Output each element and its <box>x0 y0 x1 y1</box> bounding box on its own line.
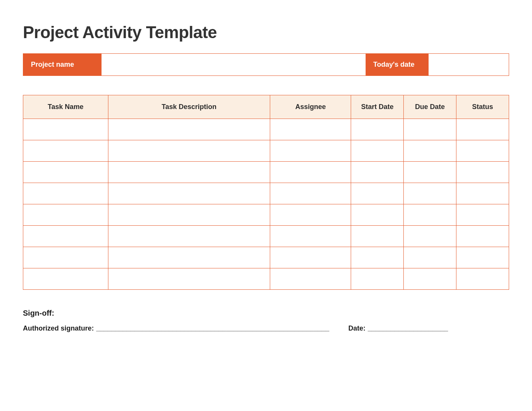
signature-blank[interactable]: ________________________________________… <box>96 324 329 332</box>
page-title: Project Activity Template <box>23 23 509 42</box>
table-row <box>23 247 509 268</box>
cell-task_name[interactable] <box>23 204 108 226</box>
cell-assignee[interactable] <box>270 162 351 183</box>
cell-task_description[interactable] <box>108 162 270 183</box>
table-row <box>23 162 509 183</box>
cell-due_date[interactable] <box>404 247 456 268</box>
cell-task_name[interactable] <box>23 183 108 204</box>
table-row <box>23 183 509 204</box>
signoff-section: Sign-off: Authorized signature: ________… <box>23 309 509 332</box>
cell-status[interactable] <box>456 268 509 290</box>
col-header-status: Status <box>456 95 509 119</box>
cell-due_date[interactable] <box>404 183 456 204</box>
cell-due_date[interactable] <box>404 204 456 226</box>
cell-due_date[interactable] <box>404 268 456 290</box>
cell-assignee[interactable] <box>270 140 351 162</box>
table-row <box>23 226 509 247</box>
cell-task_description[interactable] <box>108 204 270 226</box>
cell-task_name[interactable] <box>23 119 108 140</box>
col-header-task-description: Task Description <box>108 95 270 119</box>
cell-status[interactable] <box>456 140 509 162</box>
cell-due_date[interactable] <box>404 119 456 140</box>
todays-date-value[interactable] <box>429 54 509 75</box>
project-info-bar: Project name Today's date <box>23 53 509 76</box>
cell-assignee[interactable] <box>270 268 351 290</box>
signoff-line: Authorized signature: __________________… <box>23 324 509 332</box>
table-row <box>23 204 509 226</box>
cell-task_description[interactable] <box>108 226 270 247</box>
tasks-table: Task Name Task Description Assignee Star… <box>23 95 509 290</box>
cell-assignee[interactable] <box>270 119 351 140</box>
cell-start_date[interactable] <box>351 140 404 162</box>
cell-task_name[interactable] <box>23 162 108 183</box>
cell-task_description[interactable] <box>108 119 270 140</box>
todays-date-label: Today's date <box>366 54 429 75</box>
cell-status[interactable] <box>456 204 509 226</box>
project-name-value[interactable] <box>102 54 366 75</box>
col-header-start-date: Start Date <box>351 95 404 119</box>
cell-task_name[interactable] <box>23 247 108 268</box>
table-row <box>23 119 509 140</box>
signature-field: Authorized signature: __________________… <box>23 324 329 332</box>
table-header-row: Task Name Task Description Assignee Star… <box>23 95 509 119</box>
cell-start_date[interactable] <box>351 247 404 268</box>
signoff-date-blank[interactable]: _____________________ <box>368 324 448 332</box>
cell-task_name[interactable] <box>23 268 108 290</box>
table-row <box>23 268 509 290</box>
cell-start_date[interactable] <box>351 183 404 204</box>
date-field: Date: _____________________ <box>348 324 448 332</box>
cell-assignee[interactable] <box>270 204 351 226</box>
cell-due_date[interactable] <box>404 162 456 183</box>
table-row <box>23 140 509 162</box>
cell-due_date[interactable] <box>404 226 456 247</box>
cell-status[interactable] <box>456 119 509 140</box>
cell-task_description[interactable] <box>108 268 270 290</box>
cell-status[interactable] <box>456 247 509 268</box>
cell-start_date[interactable] <box>351 162 404 183</box>
signoff-header: Sign-off: <box>23 309 509 318</box>
cell-assignee[interactable] <box>270 247 351 268</box>
cell-start_date[interactable] <box>351 268 404 290</box>
col-header-assignee: Assignee <box>270 95 351 119</box>
cell-status[interactable] <box>456 183 509 204</box>
cell-status[interactable] <box>456 162 509 183</box>
cell-assignee[interactable] <box>270 226 351 247</box>
cell-task_name[interactable] <box>23 140 108 162</box>
cell-start_date[interactable] <box>351 119 404 140</box>
cell-start_date[interactable] <box>351 204 404 226</box>
col-header-task-name: Task Name <box>23 95 108 119</box>
cell-start_date[interactable] <box>351 226 404 247</box>
cell-assignee[interactable] <box>270 183 351 204</box>
cell-task_name[interactable] <box>23 226 108 247</box>
signature-label: Authorized signature: <box>23 324 94 332</box>
cell-task_description[interactable] <box>108 247 270 268</box>
signoff-date-label: Date: <box>348 324 366 332</box>
cell-status[interactable] <box>456 226 509 247</box>
project-name-label: Project name <box>23 54 102 75</box>
col-header-due-date: Due Date <box>404 95 456 119</box>
cell-due_date[interactable] <box>404 140 456 162</box>
cell-task_description[interactable] <box>108 183 270 204</box>
cell-task_description[interactable] <box>108 140 270 162</box>
